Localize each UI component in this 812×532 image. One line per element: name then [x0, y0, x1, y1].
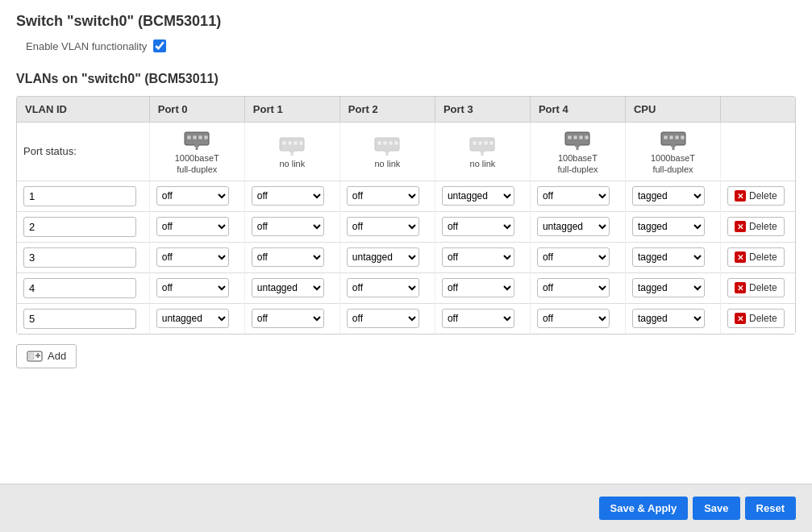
- delete-label: Delete: [749, 251, 777, 263]
- svg-rect-36: [664, 135, 668, 139]
- enable-vlan-checkbox[interactable]: [153, 39, 166, 52]
- port2-status-text: no link: [347, 158, 428, 169]
- vlan-id-input-2[interactable]: [23, 247, 136, 268]
- port3-status-text: no link: [442, 158, 523, 169]
- port1-icon: [252, 133, 333, 158]
- row-3-port3-select[interactable]: offuntaggedtagged: [442, 278, 514, 297]
- cpu-status-text: 1000baseTfull-duplex: [632, 152, 714, 176]
- row-3-port4-select[interactable]: offuntaggedtagged: [537, 278, 610, 297]
- svg-rect-32: [585, 135, 589, 139]
- svg-rect-45: [37, 353, 39, 358]
- table-row: offuntaggedtaggedoffuntaggedtaggedoffunt…: [17, 211, 795, 242]
- row-3-port2-select[interactable]: offuntaggedtagged: [347, 278, 419, 297]
- row-4-port0-select[interactable]: offuntaggedtagged: [156, 309, 229, 328]
- table-row: offuntaggedtaggedoffuntaggedtaggedoffunt…: [17, 272, 795, 303]
- th-port4: Port 4: [530, 97, 625, 123]
- row-0-port1-select[interactable]: offuntaggedtagged: [252, 186, 324, 206]
- delete-button-2[interactable]: ✕Delete: [727, 247, 785, 267]
- save-apply-button[interactable]: Save & Apply: [599, 497, 689, 520]
- th-port3: Port 3: [435, 97, 530, 123]
- add-button[interactable]: Add: [16, 344, 77, 368]
- vlan-id-input-4[interactable]: [23, 309, 136, 329]
- svg-rect-8: [282, 141, 286, 145]
- row-4-port3-select[interactable]: offuntaggedtagged: [442, 309, 514, 328]
- cpu-status-cell: 1000baseTfull-duplex: [625, 123, 720, 181]
- row-2-port3-select[interactable]: offuntaggedtagged: [442, 247, 514, 267]
- port2-status-cell: no link: [339, 123, 435, 181]
- reset-button[interactable]: Reset: [745, 497, 796, 520]
- row-2-port1-select[interactable]: offuntaggedtagged: [252, 247, 324, 267]
- svg-rect-33: [575, 143, 580, 147]
- delete-button-0[interactable]: ✕Delete: [727, 186, 785, 206]
- row-4-port4-select[interactable]: offuntaggedtagged: [537, 309, 610, 328]
- delete-button-4[interactable]: ✕Delete: [727, 309, 785, 328]
- row-2-port0-select[interactable]: offuntaggedtagged: [156, 247, 229, 267]
- table-row: offuntaggedtaggedoffuntaggedtaggedoffunt…: [17, 242, 795, 272]
- row-3-cpu-select[interactable]: offuntaggedtagged: [632, 278, 705, 297]
- table-row: offuntaggedtaggedoffuntaggedtaggedoffunt…: [17, 303, 795, 334]
- main-content: Switch "switch0" (BCM53011) Enable VLAN …: [0, 0, 812, 381]
- row-2-cpu-select[interactable]: offuntaggedtagged: [632, 247, 705, 267]
- port1-status-text: no link: [252, 158, 333, 169]
- vlan-id-input-1[interactable]: [23, 217, 136, 237]
- vlan-table-wrapper: VLAN ID Port 0 Port 1 Port 2 Port 3 Port…: [16, 96, 796, 335]
- row-2-port2-select[interactable]: offuntaggedtagged: [347, 247, 419, 267]
- delete-icon: ✕: [735, 251, 746, 263]
- row-1-port0-select[interactable]: offuntaggedtagged: [156, 217, 229, 236]
- row-2-port4-select[interactable]: offuntaggedtagged: [537, 247, 610, 267]
- delete-icon: ✕: [735, 190, 746, 202]
- svg-rect-10: [294, 141, 298, 145]
- footer-bar: Save & Apply Save Reset: [0, 484, 812, 532]
- row-0-port4-select[interactable]: offuntaggedtagged: [537, 186, 610, 206]
- row-0-cpu-select[interactable]: offuntaggedtagged: [632, 186, 705, 206]
- port0-icon: [156, 127, 238, 152]
- svg-rect-3: [198, 135, 202, 139]
- svg-rect-2: [193, 135, 197, 139]
- table-header-row: VLAN ID Port 0 Port 1 Port 2 Port 3 Port…: [17, 97, 795, 123]
- port-status-row: Port status:: [17, 123, 795, 181]
- svg-rect-25: [489, 141, 493, 145]
- page-container: Switch "switch0" (BCM53011) Enable VLAN …: [0, 0, 812, 532]
- delete-label: Delete: [749, 282, 777, 293]
- row-0-port0-select[interactable]: offuntaggedtagged: [156, 186, 229, 206]
- svg-rect-16: [383, 141, 387, 145]
- th-vlan-id: VLAN ID: [17, 97, 149, 123]
- svg-rect-11: [299, 141, 303, 145]
- svg-rect-22: [473, 141, 477, 145]
- svg-rect-24: [484, 141, 488, 145]
- delete-icon: ✕: [735, 282, 746, 293]
- delete-icon: ✕: [735, 313, 746, 324]
- port2-icon: [347, 133, 428, 158]
- svg-rect-18: [394, 141, 398, 145]
- row-1-port3-select[interactable]: offuntaggedtagged: [442, 217, 514, 236]
- row-0-port3-select[interactable]: offuntaggedtagged: [442, 186, 514, 206]
- svg-rect-43: [29, 353, 34, 360]
- row-4-port1-select[interactable]: offuntaggedtagged: [252, 309, 324, 328]
- th-port2: Port 2: [339, 97, 435, 123]
- delete-button-3[interactable]: ✕Delete: [727, 278, 785, 297]
- svg-rect-40: [671, 143, 676, 147]
- svg-rect-31: [579, 135, 583, 139]
- row-1-port2-select[interactable]: offuntaggedtagged: [347, 217, 419, 236]
- row-4-port2-select[interactable]: offuntaggedtagged: [347, 309, 419, 328]
- section-title: VLANs on "switch0" (BCM53011): [16, 72, 796, 86]
- row-3-port0-select[interactable]: offuntaggedtagged: [156, 278, 229, 297]
- delete-button-1[interactable]: ✕Delete: [727, 217, 785, 236]
- vlan-id-input-0[interactable]: [23, 186, 136, 206]
- row-0-port2-select[interactable]: offuntaggedtagged: [347, 186, 419, 206]
- svg-rect-23: [478, 141, 482, 145]
- svg-rect-30: [573, 135, 577, 139]
- svg-rect-12: [289, 149, 294, 152]
- row-3-port1-select[interactable]: offuntaggedtagged: [252, 278, 324, 297]
- vlan-id-input-3[interactable]: [23, 278, 136, 298]
- row-1-cpu-select[interactable]: offuntaggedtagged: [632, 217, 705, 236]
- row-1-port4-select[interactable]: offuntaggedtagged: [537, 217, 610, 236]
- page-title: Switch "switch0" (BCM53011): [16, 13, 796, 30]
- svg-rect-19: [385, 149, 389, 152]
- row-1-port1-select[interactable]: offuntaggedtagged: [252, 217, 324, 236]
- delete-label: Delete: [749, 190, 777, 202]
- save-button[interactable]: Save: [693, 497, 739, 520]
- svg-rect-9: [288, 141, 292, 145]
- row-4-cpu-select[interactable]: offuntaggedtagged: [632, 309, 705, 328]
- svg-rect-38: [675, 135, 679, 139]
